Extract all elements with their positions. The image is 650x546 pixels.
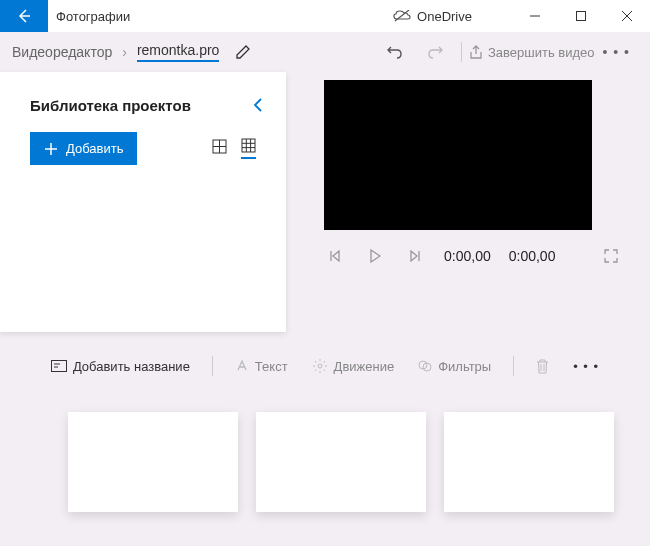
grid-3x3-icon	[241, 138, 256, 153]
main-toolbar: Видеоредактор › remontka.pro Завершить в…	[0, 32, 650, 72]
cloud-off-icon	[393, 10, 411, 22]
svg-point-20	[318, 364, 322, 368]
add-button-label: Добавить	[66, 141, 123, 156]
more-options-button[interactable]: • • •	[603, 44, 630, 60]
fullscreen-button[interactable]	[600, 249, 622, 263]
total-time: 0:00,00	[509, 248, 556, 264]
undo-button[interactable]	[375, 32, 415, 72]
chevron-right-icon: ›	[122, 44, 127, 60]
finish-video-label: Завершить видео	[488, 45, 595, 60]
edit-toolbar-divider	[513, 356, 514, 376]
close-icon	[622, 11, 632, 21]
filters-label: Фильтры	[438, 359, 491, 374]
window-controls	[512, 0, 650, 32]
preview-panel: 0:00,00 0:00,00	[286, 72, 650, 332]
library-title: Библиотека проектов	[30, 97, 191, 114]
edit-toolbar-divider	[212, 356, 213, 376]
minimize-icon	[530, 11, 540, 21]
step-forward-icon	[409, 250, 421, 262]
text-label: Текст	[255, 359, 288, 374]
rename-button[interactable]	[235, 44, 251, 60]
breadcrumb-current[interactable]: remontka.pro	[137, 42, 219, 62]
motion-label: Движение	[334, 359, 395, 374]
arrow-left-icon	[16, 8, 32, 24]
grid-large-button[interactable]	[212, 139, 227, 158]
title-card-icon	[51, 360, 67, 372]
undo-icon	[386, 43, 404, 61]
library-panel: Библиотека проектов Добавить	[0, 72, 286, 332]
titlebar: Фотографии OneDrive	[0, 0, 650, 32]
prev-frame-button[interactable]	[324, 250, 346, 262]
add-title-label: Добавить название	[73, 359, 190, 374]
app-title: Фотографии	[56, 9, 393, 24]
motion-button: Движение	[302, 353, 405, 380]
finish-video-button[interactable]: Завершить видео	[468, 32, 595, 72]
video-preview[interactable]	[324, 80, 592, 230]
storyboard-clip[interactable]	[256, 412, 426, 512]
svg-rect-2	[577, 12, 586, 21]
storyboard-clip[interactable]	[444, 412, 614, 512]
export-icon	[468, 44, 484, 60]
plus-icon	[44, 142, 58, 156]
svg-rect-10	[242, 139, 255, 152]
maximize-button[interactable]	[558, 0, 604, 32]
add-title-button[interactable]: Добавить название	[41, 353, 200, 380]
edit-toolbar: Добавить название Текст Движение Фильтры…	[0, 342, 650, 390]
toolbar-divider	[461, 42, 462, 62]
more-edit-button[interactable]: • • •	[563, 353, 609, 380]
minimize-button[interactable]	[512, 0, 558, 32]
main-row: Библиотека проектов Добавить	[0, 72, 650, 332]
chevron-left-icon	[252, 96, 264, 114]
close-button[interactable]	[604, 0, 650, 32]
view-toggle	[212, 138, 256, 159]
text-icon	[235, 359, 249, 373]
add-button[interactable]: Добавить	[30, 132, 137, 165]
filters-button: Фильтры	[408, 353, 501, 380]
maximize-icon	[576, 11, 586, 21]
storyboard	[0, 390, 650, 512]
trash-icon	[536, 359, 549, 374]
breadcrumb-root[interactable]: Видеоредактор	[12, 44, 112, 60]
onedrive-status[interactable]: OneDrive	[393, 9, 472, 24]
redo-icon	[426, 43, 444, 61]
fullscreen-icon	[604, 249, 618, 263]
breadcrumb: Видеоредактор › remontka.pro	[12, 42, 219, 62]
redo-button[interactable]	[415, 32, 455, 72]
pencil-icon	[235, 44, 251, 60]
motion-icon	[312, 359, 328, 373]
current-time: 0:00,00	[444, 248, 491, 264]
svg-rect-17	[51, 361, 66, 372]
storyboard-clip[interactable]	[68, 412, 238, 512]
player-controls: 0:00,00 0:00,00	[324, 248, 622, 264]
next-frame-button[interactable]	[404, 250, 426, 262]
filters-icon	[418, 359, 432, 373]
library-actions: Добавить	[0, 132, 286, 165]
grid-small-button[interactable]	[241, 138, 256, 159]
back-button[interactable]	[0, 0, 48, 32]
text-button: Текст	[225, 353, 298, 380]
grid-2x2-icon	[212, 139, 227, 154]
collapse-button[interactable]	[252, 96, 264, 114]
onedrive-label: OneDrive	[417, 9, 472, 24]
library-header: Библиотека проектов	[0, 72, 286, 132]
step-back-icon	[329, 250, 341, 262]
play-button[interactable]	[364, 249, 386, 263]
play-icon	[369, 249, 381, 263]
delete-button	[526, 353, 559, 380]
